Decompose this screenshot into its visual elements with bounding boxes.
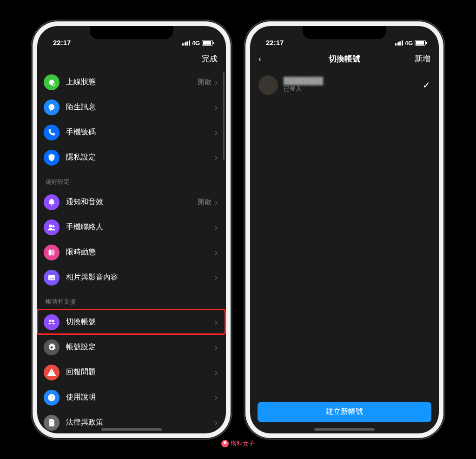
back-button[interactable]: ‹	[258, 55, 261, 63]
settings-list[interactable]: 上線狀態開啟›陌生訊息›手機號碼›隱私設定›偏好設定通知和音效開啟›手機聯絡人›…	[37, 70, 226, 433]
svg-point-6	[49, 225, 52, 227]
status-time: 22:17	[53, 39, 71, 47]
row-label: 通知和音效	[66, 197, 198, 207]
svg-point-11	[50, 276, 51, 277]
chevron-right-icon: ›	[214, 272, 218, 283]
svg-point-13	[52, 319, 54, 322]
svg-text:?: ?	[50, 394, 53, 400]
add-button[interactable]: 新增	[415, 53, 430, 64]
settings-row-privacy[interactable]: 隱私設定›	[37, 145, 226, 170]
navbar-right: ‹ 切換帳號 新增	[250, 48, 439, 70]
avatar	[258, 75, 278, 95]
svg-rect-15	[51, 374, 52, 375]
phone-icon	[44, 125, 60, 140]
svg-point-4	[51, 106, 52, 107]
done-button[interactable]: 完成	[202, 53, 218, 64]
settings-row-stories[interactable]: 限時動態›	[37, 240, 226, 265]
watermark: 塔科女子	[221, 439, 255, 448]
settings-row-media[interactable]: 相片與影音內容›	[37, 265, 226, 290]
svg-point-5	[53, 106, 53, 107]
row-label: 隱私設定	[66, 153, 214, 162]
chevron-right-icon: ›	[214, 367, 218, 378]
row-label: 陌生訊息	[66, 102, 214, 112]
settings-row-notifications[interactable]: 通知和音效開啟›	[37, 190, 226, 215]
battery-icon	[415, 40, 426, 46]
switch-icon	[44, 314, 60, 330]
signal-icon	[395, 40, 403, 46]
row-label: 上線狀態	[66, 77, 198, 87]
settings-row-switch-account[interactable]: 切換帳號›	[37, 310, 226, 335]
chevron-right-icon: ›	[214, 127, 218, 138]
settings-row-help[interactable]: ?使用說明›	[37, 385, 226, 410]
svg-rect-20	[51, 424, 53, 425]
svg-point-1	[53, 83, 55, 86]
account-name: ████████	[284, 77, 423, 85]
screen-left: 22:17 4G 完成 上線狀態開啟›陌生訊息›手機號碼›隱私設定›偏好設定通知…	[37, 26, 226, 433]
chevron-right-icon: ›	[214, 342, 218, 353]
nav-title: 切換帳號	[250, 53, 439, 64]
image-icon	[44, 270, 60, 286]
check-icon: ✓	[423, 80, 430, 91]
section-header: 偏好設定	[37, 170, 226, 190]
chat-icon	[44, 100, 60, 115]
account-row[interactable]: ████████ 已登入 ✓	[250, 70, 439, 100]
settings-row-report[interactable]: 回報問題›	[37, 360, 226, 385]
account-list: ████████ 已登入 ✓ 建立新帳號	[250, 70, 439, 433]
svg-rect-8	[49, 250, 51, 255]
home-indicator[interactable]	[101, 428, 162, 431]
notch	[90, 26, 173, 39]
phone-right: 22:17 4G ‹ 切換帳號 新增 ████████ 已登入 ✓ 建立新帳號	[245, 20, 444, 439]
svg-point-3	[50, 106, 51, 107]
create-account-button[interactable]: 建立新帳號	[258, 402, 431, 422]
home-indicator[interactable]	[314, 428, 375, 431]
battery-icon	[202, 40, 213, 46]
notch	[303, 26, 386, 39]
chevron-right-icon: ›	[214, 417, 218, 428]
warning-icon	[44, 365, 60, 380]
row-label: 手機聯絡人	[66, 222, 214, 232]
row-label: 法律與政策	[66, 418, 214, 427]
story-icon	[44, 245, 60, 260]
row-value: 開啟	[198, 198, 212, 206]
settings-row-account-settings[interactable]: 帳號設定›	[37, 335, 226, 360]
signal-icon	[182, 40, 190, 46]
row-label: 回報問題	[66, 367, 214, 377]
chevron-right-icon: ›	[214, 392, 218, 403]
chevron-right-icon: ›	[214, 152, 218, 163]
chevron-right-icon: ›	[214, 102, 218, 113]
settings-row-online-status[interactable]: 上線狀態開啟›	[37, 70, 226, 95]
doc-icon	[44, 415, 60, 431]
section-header: 帳號和支援	[37, 290, 226, 310]
settings-row-contacts[interactable]: 手機聯絡人›	[37, 215, 226, 240]
chevron-right-icon: ›	[214, 317, 218, 327]
navbar-left: 完成	[37, 48, 226, 70]
gear-icon	[44, 339, 60, 355]
people-icon	[44, 220, 60, 235]
phone-left: 22:17 4G 完成 上線狀態開啟›陌生訊息›手機號碼›隱私設定›偏好設定通知…	[32, 20, 231, 439]
row-value: 開啟	[198, 78, 212, 86]
svg-rect-14	[51, 371, 52, 373]
row-label: 限時動態	[66, 247, 214, 257]
chevron-right-icon: ›	[214, 222, 218, 233]
watermark-text: 塔科女子	[231, 439, 255, 448]
network-label: 4G	[405, 40, 413, 47]
question-icon: ?	[44, 390, 60, 406]
status-time: 22:17	[266, 39, 284, 47]
svg-rect-18	[51, 421, 53, 422]
chevron-right-icon: ›	[214, 247, 218, 258]
settings-row-phone-number[interactable]: 手機號碼›	[37, 120, 226, 145]
watermark-icon	[221, 440, 229, 447]
row-label: 帳號設定	[66, 342, 214, 352]
row-label: 手機號碼	[66, 127, 214, 137]
svg-rect-19	[51, 423, 53, 423]
settings-row-stranger-msg[interactable]: 陌生訊息›	[37, 95, 226, 120]
row-label: 切換帳號	[66, 317, 214, 327]
dot-icon	[44, 74, 60, 90]
shield-icon	[44, 150, 60, 166]
svg-point-7	[53, 225, 55, 227]
network-label: 4G	[192, 40, 200, 47]
chevron-right-icon: ›	[214, 197, 218, 207]
svg-point-12	[49, 319, 52, 322]
svg-rect-9	[52, 250, 54, 255]
account-status: 已登入	[284, 85, 423, 93]
